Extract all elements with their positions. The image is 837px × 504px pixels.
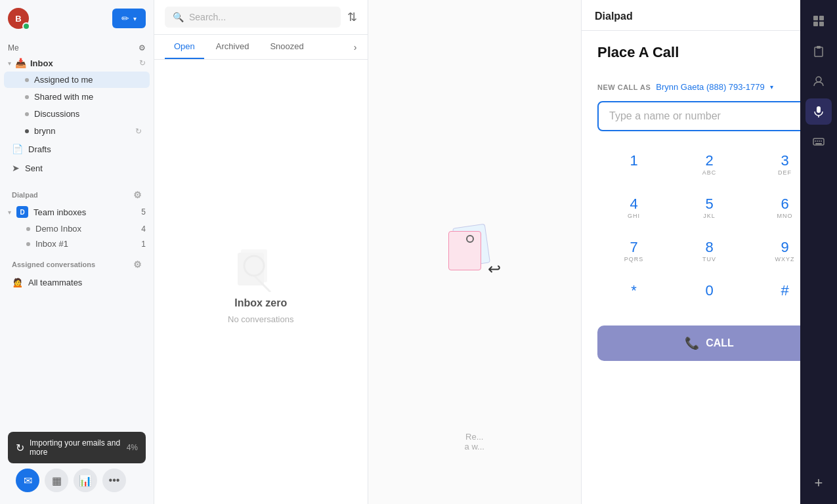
drafts-icon: 📄: [12, 144, 23, 154]
tab-archived[interactable]: Archived: [207, 35, 259, 59]
rail-item-add[interactable]: +: [805, 470, 832, 496]
dial-key-7[interactable]: 7PQRS: [597, 231, 670, 272]
caller-dropdown-icon[interactable]: ▾: [770, 83, 773, 91]
drag-preview: ↩: [448, 226, 501, 278]
sidebar-item-discussions[interactable]: Discussions: [4, 106, 150, 122]
svg-rect-10: [817, 106, 821, 113]
calendar-button[interactable]: ▦: [45, 469, 68, 492]
me-label: Me: [8, 43, 19, 52]
tab-snoozed[interactable]: Snoozed: [261, 35, 312, 59]
call-button[interactable]: 📞 CALL: [597, 326, 821, 361]
search-box[interactable]: 🔍 Search...: [165, 7, 341, 28]
dot-icon: [25, 129, 29, 133]
sidebar-item-sent[interactable]: ➤ Sent: [4, 159, 150, 177]
dialpad-section-header: Dialpad ⚙: [0, 182, 154, 203]
sync-icon: ↻: [139, 58, 146, 68]
dot-icon: [26, 242, 30, 246]
inbox-label: Inbox: [30, 58, 53, 68]
inbox-icon: 📥: [15, 58, 26, 68]
team-inboxes-count: 5: [141, 207, 146, 217]
me-gear-icon[interactable]: ⚙: [139, 43, 146, 52]
svg-rect-8: [817, 46, 821, 49]
empty-state: Inbox zero No conversations: [154, 60, 368, 504]
dot-icon: [25, 112, 29, 116]
sidebar-bottom: ↻ Importing your emails and more 4% ✉ ▦ …: [0, 425, 154, 504]
me-section: Me ⚙ ▾ 📥 Inbox ↻ Assigned to me Shared w…: [0, 37, 154, 182]
analytics-button[interactable]: 📊: [74, 469, 97, 492]
dot-icon: [25, 95, 29, 99]
dialpad-section-label: Dialpad: [12, 191, 38, 199]
bottom-toolbar: ✉ ▦ 📊 •••: [8, 463, 146, 497]
dial-key-*[interactable]: *: [597, 274, 670, 315]
sidebar-item-shared-with-me[interactable]: Shared with me: [4, 89, 150, 105]
sidebar-item-drafts[interactable]: 📄 Drafts: [4, 140, 150, 158]
dial-key-8[interactable]: 8TUV: [673, 231, 746, 272]
bottom-hint-text: Re... a w...: [368, 432, 582, 452]
all-teammates-label: All teammates: [28, 278, 82, 287]
teammates-icon: 🙍: [12, 277, 23, 287]
dial-key-4[interactable]: 4GHI: [597, 188, 670, 228]
inbox-chevron-icon: ▾: [8, 60, 11, 67]
assigned-gear-icon[interactable]: ⚙: [133, 259, 142, 270]
svg-rect-3: [813, 16, 818, 20]
dial-key-5[interactable]: 5JKL: [673, 188, 746, 228]
online-badge: [22, 22, 30, 30]
rail-item-mic[interactable]: [805, 98, 832, 125]
team-inboxes-row[interactable]: ▾ D Team inboxes 5: [0, 203, 154, 221]
sidebar-item-assigned-to-me[interactable]: Assigned to me: [4, 72, 150, 88]
sidebar-top: B ✏ ▾: [0, 0, 154, 37]
sidebar-item-brynn[interactable]: brynn ↻: [4, 123, 150, 139]
dialpad-gear-icon[interactable]: ⚙: [133, 190, 142, 200]
import-sync-icon: ↻: [16, 442, 24, 454]
compose-chevron: ▾: [133, 15, 137, 22]
team-chevron-icon: ▾: [8, 209, 11, 216]
main-content: 🔍 Search... ⇅ Open Archived Snoozed › In…: [154, 0, 368, 504]
inbox1-count: 1: [141, 240, 146, 249]
search-icon: 🔍: [173, 12, 184, 22]
paper-front: [448, 231, 481, 270]
conversation-area: ↩ Re... a w...: [368, 0, 582, 504]
dialpad-header: Dialpad: [582, 0, 837, 31]
dial-key-0[interactable]: 0: [673, 274, 746, 315]
phone-input[interactable]: [597, 101, 821, 131]
dot-icon: [26, 227, 30, 231]
compose-icon: ✏: [121, 13, 129, 24]
filter-icon[interactable]: ⇅: [347, 10, 357, 24]
caller-selector: NEW CALL AS Brynn Gaeta (888) 793-1779 ▾: [597, 82, 821, 92]
import-percent: 4%: [127, 443, 138, 452]
inbox-row[interactable]: ▾ 📥 Inbox ↻: [0, 55, 154, 71]
brynn-label: brynn: [34, 126, 56, 136]
call-phone-icon: 📞: [685, 336, 699, 350]
icon-rail: +: [800, 0, 837, 504]
empty-subtitle: No conversations: [228, 314, 293, 324]
tab-more-icon[interactable]: ›: [354, 42, 357, 52]
rail-item-keyboard[interactable]: [805, 129, 832, 155]
sidebar-item-demo-inbox[interactable]: Demo Inbox 4: [0, 221, 154, 236]
sidebar-item-all-teammates[interactable]: 🙍 All teammates: [4, 273, 150, 291]
email-button[interactable]: ✉: [16, 469, 39, 492]
drag-visual: ↩: [448, 226, 501, 278]
drafts-label: Drafts: [28, 144, 51, 154]
demo-inbox-label: Demo Inbox: [35, 224, 81, 234]
caller-name[interactable]: Brynn Gaeta (888) 793-1779: [656, 82, 765, 92]
compose-button[interactable]: ✏ ▾: [112, 9, 146, 28]
dial-key-2[interactable]: 2ABC: [673, 144, 746, 185]
inbox1-label: Inbox #1: [35, 239, 68, 249]
empty-title: Inbox zero: [234, 297, 287, 309]
team-d-badge: D: [16, 206, 28, 218]
dial-key-1[interactable]: 1: [597, 144, 670, 185]
sidebar-item-inbox1[interactable]: Inbox #1 1: [0, 236, 154, 251]
avatar[interactable]: B: [8, 8, 29, 29]
rail-item-person[interactable]: [805, 68, 832, 94]
rail-item-grid[interactable]: [805, 8, 832, 34]
more-button[interactable]: •••: [102, 469, 126, 492]
tab-open[interactable]: Open: [165, 35, 204, 59]
assigned-conversations-label: Assigned conversations: [12, 261, 95, 268]
search-placeholder: Search...: [189, 12, 226, 22]
tabs: Open Archived Snoozed ›: [154, 35, 368, 60]
import-text: Importing your emails and more: [30, 438, 121, 457]
sent-label: Sent: [25, 163, 43, 173]
rail-item-clipboard[interactable]: [805, 38, 832, 64]
dialpad-grid: 1 2ABC3DEF4GHI5JKL6MNO7PQRS8TUV9WXYZ* 0 …: [597, 144, 821, 315]
empty-illustration: [234, 240, 287, 292]
